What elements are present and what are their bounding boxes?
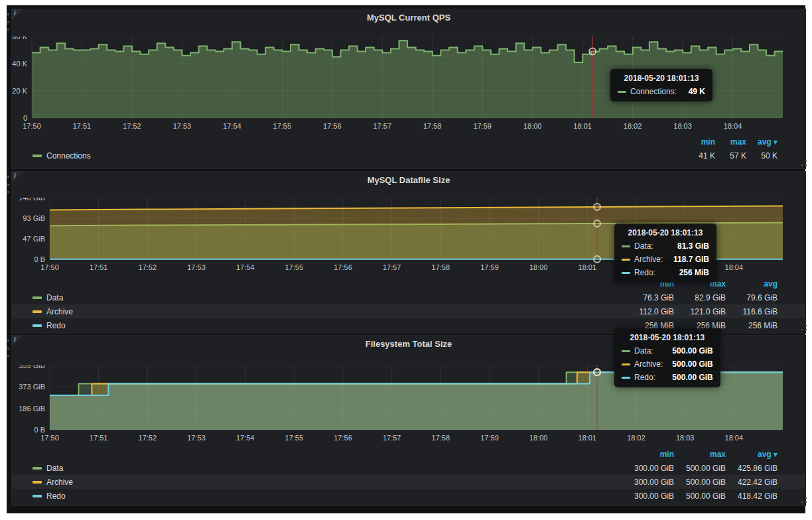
tooltip-row-archive: Archive: 500.00 GiB — [622, 359, 713, 369]
svg-text:0 B: 0 B — [34, 426, 45, 434]
svg-text:17:58: 17:58 — [423, 122, 442, 130]
svg-text:18:01: 18:01 — [573, 122, 592, 130]
svg-text:18:02: 18:02 — [624, 122, 642, 130]
series-color-dash — [622, 350, 630, 352]
svg-text:17:50: 17:50 — [40, 263, 59, 271]
series-color-dash — [33, 467, 42, 470]
tooltip-qps: 2018-05-20 18:01:13 Connections: 49 K — [610, 69, 712, 101]
svg-text:17:55: 17:55 — [273, 122, 292, 130]
legend-series-label: Data — [46, 464, 63, 473]
svg-text:17:51: 17:51 — [90, 434, 108, 442]
legend-header-row: min max avg ▾ — [12, 447, 805, 461]
svg-text:20 K: 20 K — [12, 87, 27, 95]
panel-drag-handle[interactable] — [7, 13, 11, 31]
svg-text:18:03: 18:03 — [676, 434, 695, 442]
series-color-dash — [33, 324, 42, 327]
svg-text:60 K: 60 K — [12, 36, 27, 40]
svg-text:0 B: 0 B — [34, 255, 45, 263]
series-color-dash — [33, 495, 42, 497]
svg-text:140 GiB: 140 GiB — [19, 198, 45, 202]
series-color-dash — [622, 272, 630, 274]
svg-text:0: 0 — [23, 114, 27, 122]
legend-row-archive: Archive 112.0 GiB 121.0 GiB 116.6 GiB — [12, 304, 805, 318]
legend-series-redo[interactable]: Redo — [12, 321, 66, 330]
legend-sort-min[interactable]: min — [622, 450, 674, 459]
legend-row-data: Data 76.3 GiB 82.9 GiB 79.6 GiB — [12, 291, 805, 304]
legend-series-label: Archive — [46, 478, 73, 487]
panel-title[interactable]: MySQL Current QPS — [12, 13, 805, 23]
svg-text:17:51: 17:51 — [90, 263, 108, 271]
tooltip-row-connections: Connections: 49 K — [618, 87, 705, 96]
legend-sort-avg[interactable]: avg ▾ — [726, 450, 778, 459]
svg-text:17:53: 17:53 — [187, 263, 206, 271]
svg-text:18:00: 18:00 — [529, 263, 548, 271]
legend-avg-value: 418.42 GiB — [726, 491, 778, 501]
panel-resize-handle[interactable] — [801, 164, 803, 166]
svg-text:18:04: 18:04 — [725, 263, 744, 271]
svg-text:17:58: 17:58 — [432, 263, 450, 271]
legend-series-data[interactable]: Data — [12, 293, 63, 302]
svg-text:17:59: 17:59 — [473, 122, 492, 130]
legend-max-value: 121.0 GiB — [674, 307, 726, 316]
svg-text:40 K: 40 K — [12, 60, 27, 68]
tooltip-series-value: 500.00 GiB — [663, 359, 712, 369]
legend-row-data: Data 300.00 GiB 500.00 GiB 425.86 GiB — [12, 461, 805, 475]
legend-sort-avg[interactable]: avg ▾ — [746, 137, 778, 147]
tooltip-timestamp: 2018-05-20 18:01:13 — [622, 333, 713, 342]
svg-text:373 GiB: 373 GiB — [19, 383, 45, 391]
svg-text:17:52: 17:52 — [139, 434, 157, 442]
svg-text:18:01: 18:01 — [578, 434, 597, 442]
tooltip-filesystem: 2018-05-20 18:01:13 Data: 500.00 GiB Arc… — [614, 328, 720, 387]
legend-max-value: 57 K — [715, 151, 746, 161]
panel-resize-handle[interactable] — [801, 501, 803, 503]
svg-text:18:02: 18:02 — [627, 434, 645, 442]
legend: min max avg Data 76.3 GiB 82.9 GiB 79.6 … — [12, 277, 805, 332]
series-color-dash — [622, 259, 630, 261]
svg-text:17:50: 17:50 — [23, 122, 41, 130]
legend-series-label: Redo — [46, 321, 66, 330]
svg-text:17:59: 17:59 — [480, 263, 499, 271]
legend-series-connections[interactable]: Connections — [12, 151, 91, 161]
tooltip-series-value: 81.3 GiB — [668, 241, 709, 251]
svg-text:17:55: 17:55 — [285, 263, 304, 271]
legend-avg-value: 425.86 GiB — [726, 464, 778, 473]
series-color-dash — [618, 91, 626, 93]
svg-text:18:00: 18:00 — [523, 122, 542, 130]
svg-text:93 GiB: 93 GiB — [23, 214, 45, 222]
legend-min-value: 300.00 GiB — [622, 491, 674, 501]
legend-sort-min[interactable]: min — [684, 137, 715, 147]
legend-series-archive[interactable]: Archive — [12, 478, 73, 487]
svg-text:17:53: 17:53 — [187, 434, 206, 442]
legend-max-value: 500.00 GiB — [674, 491, 726, 501]
series-color-dash — [33, 310, 42, 313]
svg-text:17:55: 17:55 — [285, 434, 304, 442]
legend-series-data[interactable]: Data — [12, 464, 63, 473]
tooltip-series-label: Redo: — [634, 268, 655, 277]
legend-avg-value: 422.42 GiB — [726, 478, 778, 487]
legend-series-redo[interactable]: Redo — [12, 491, 66, 501]
svg-text:17:56: 17:56 — [323, 122, 342, 130]
series-color-dash — [33, 155, 42, 157]
legend-sort-avg[interactable]: avg — [726, 279, 778, 289]
legend-sort-max[interactable]: max — [674, 450, 726, 459]
panel-drag-handle[interactable] — [7, 340, 11, 357]
svg-text:17:54: 17:54 — [223, 122, 241, 130]
legend-row-redo: Redo 300.00 GiB 500.00 GiB 418.42 GiB — [12, 489, 805, 503]
svg-text:17:59: 17:59 — [480, 434, 499, 442]
svg-text:17:53: 17:53 — [173, 122, 192, 130]
tooltip-series-label: Archive: — [634, 359, 663, 369]
svg-text:17:57: 17:57 — [383, 434, 401, 442]
legend-sort-max[interactable]: max — [715, 137, 746, 147]
panel-title[interactable]: MySQL Datafile Size — [12, 175, 805, 185]
legend-row-connections: Connections 41 K 57 K 50 K — [12, 149, 805, 162]
panel-drag-handle[interactable] — [7, 176, 11, 193]
tooltip-series-label: Archive: — [634, 255, 663, 264]
legend-avg-value: 79.6 GiB — [726, 293, 778, 302]
panel-resize-handle[interactable] — [801, 329, 803, 330]
legend-max-value: 500.00 GiB — [674, 478, 726, 487]
series-color-dash — [622, 377, 630, 379]
legend-avg-value: 50 K — [746, 151, 778, 161]
legend-series-archive[interactable]: Archive — [12, 307, 73, 316]
tooltip-series-value: 118.7 GiB — [664, 255, 709, 264]
legend-series-label: Connections — [46, 151, 91, 161]
